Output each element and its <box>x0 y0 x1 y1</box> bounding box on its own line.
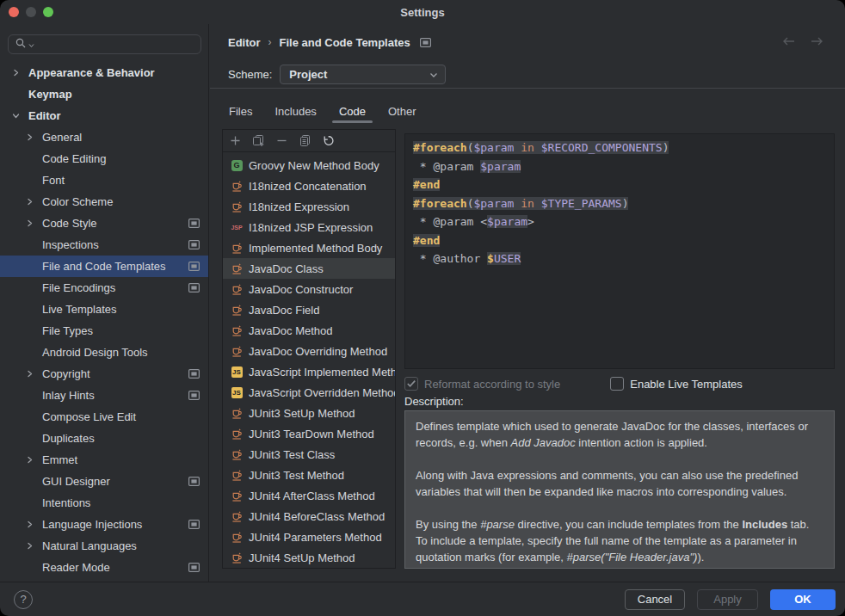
sidebar-item-editor[interactable]: Editor <box>0 105 208 126</box>
sidebar-item-natural-languages[interactable]: Natural Languages <box>0 535 208 557</box>
template-item-javadoc-field[interactable]: JavaDoc Field <box>223 299 395 320</box>
template-item-javascript-overridden-method-body[interactable]: JSJavaScript Overridden Method Body <box>223 382 395 403</box>
template-item-groovy-new-method-body[interactable]: GGroovy New Method Body <box>223 155 395 176</box>
java-file-icon <box>230 531 244 544</box>
sidebar-item-file-types[interactable]: File Types <box>0 320 208 342</box>
sidebar-item-keymap[interactable]: Keymap <box>0 83 208 105</box>
sidebar-item-label: Inlay Hints <box>42 389 95 402</box>
template-item-label: JUnit4 BeforeClass Method <box>249 510 385 523</box>
sidebar-item-compose-live-edit[interactable]: Compose Live Edit <box>0 406 208 428</box>
template-item-i18nized-expression[interactable]: I18nized Expression <box>223 196 395 217</box>
ok-button[interactable]: OK <box>770 589 836 610</box>
sidebar-item-appearance-behavior[interactable]: Appearance & Behavior <box>0 62 208 83</box>
sidebar-item-label: Font <box>42 174 65 187</box>
sidebar-item-android-design-tools[interactable]: Android Design Tools <box>0 342 208 363</box>
template-item-javascript-implemented-method-body[interactable]: JSJavaScript Implemented Method Body <box>223 361 395 382</box>
template-item-javadoc-method[interactable]: JavaDoc Method <box>223 320 395 341</box>
template-item-i18nized-concatenation[interactable]: I18nized Concatenation <box>223 176 395 196</box>
template-item-label: I18nized Expression <box>249 200 349 213</box>
sidebar-item-color-scheme[interactable]: Color Scheme <box>0 191 208 213</box>
template-item-junit4-parameters-method[interactable]: JUnit4 Parameters Method <box>223 527 395 547</box>
per-project-setting-icon <box>188 240 200 249</box>
sidebar-item-reader-mode[interactable]: Reader Mode <box>0 557 208 578</box>
java-file-icon <box>230 200 244 213</box>
breadcrumb-editor[interactable]: Editor <box>228 36 261 49</box>
add-icon[interactable] <box>228 134 242 148</box>
description-label: Description: <box>404 395 464 408</box>
chevron-right-icon[interactable] <box>26 219 42 227</box>
copy-icon[interactable] <box>298 134 311 148</box>
sidebar-item-inlay-hints[interactable]: Inlay Hints <box>0 385 208 406</box>
chevron-right-icon[interactable] <box>26 198 42 206</box>
sidebar-item-font[interactable]: Font <box>0 169 208 191</box>
sidebar-item-language-injections[interactable]: Language Injections <box>0 514 208 535</box>
chevron-right-icon[interactable] <box>26 133 42 141</box>
sidebar-item-code-style[interactable]: Code Style <box>0 213 208 234</box>
template-code-editor[interactable]: #foreach($param in $RECORD_COMPONENTS) *… <box>404 133 835 369</box>
template-item-label: I18nized Concatenation <box>249 180 367 193</box>
template-item-javadoc-overriding-method[interactable]: JavaDoc Overriding Method <box>223 341 395 361</box>
enable-live-templates-checkbox[interactable] <box>610 377 624 391</box>
template-item-label: JUnit4 SetUp Method <box>249 551 355 564</box>
sidebar-item-live-templates[interactable]: Live Templates <box>0 299 208 320</box>
sidebar-item-code-editing[interactable]: Code Editing <box>0 148 208 169</box>
settings-tree: Appearance & BehaviorKeymapEditorGeneral… <box>0 62 208 578</box>
duplicate-icon[interactable] <box>251 134 265 148</box>
template-item-javadoc-constructor[interactable]: JavaDoc Constructor <box>223 279 395 299</box>
description-box[interactable]: Defines template which used to generate … <box>404 410 835 569</box>
sidebar-item-intentions[interactable]: Intentions <box>0 492 208 514</box>
template-item-junit4-afterclass-method[interactable]: JUnit4 AfterClass Method <box>223 485 395 506</box>
sidebar-item-file-and-code-templates[interactable]: File and Code Templates <box>0 256 208 277</box>
sidebar-item-emmet[interactable]: Emmet <box>0 449 208 471</box>
template-item-junit3-test-class[interactable]: JUnit3 Test Class <box>223 444 395 465</box>
sidebar-item-inspections[interactable]: Inspections <box>0 234 208 256</box>
help-button[interactable]: ? <box>14 590 33 609</box>
template-item-junit3-teardown-method[interactable]: JUnit3 TearDown Method <box>223 423 395 444</box>
sidebar-item-label: Inspections <box>42 238 99 251</box>
template-item-i18nized-jsp-expression[interactable]: JSPI18nized JSP Expression <box>223 217 395 237</box>
template-item-label: Groovy New Method Body <box>249 159 379 172</box>
chevron-down-icon[interactable] <box>12 112 28 120</box>
sidebar-item-label: Copyright <box>42 367 90 380</box>
java-file-icon <box>230 510 244 523</box>
per-project-setting-icon <box>188 391 200 400</box>
sidebar-item-copyright[interactable]: Copyright <box>0 363 208 385</box>
tab-files[interactable]: Files <box>229 105 252 118</box>
sidebar-item-gui-designer[interactable]: GUI Designer <box>0 471 208 492</box>
settings-sidebar: Appearance & BehaviorKeymapEditorGeneral… <box>0 24 209 582</box>
scheme-select[interactable]: Project <box>280 65 446 84</box>
revert-icon[interactable] <box>321 134 335 148</box>
titlebar: Settings <box>0 0 845 24</box>
close-window-button[interactable] <box>9 7 19 17</box>
chevron-right-icon[interactable] <box>26 542 42 550</box>
chevron-right-icon[interactable] <box>12 69 28 77</box>
template-item-javadoc-class[interactable]: JavaDoc Class <box>223 258 395 279</box>
chevron-right-icon[interactable] <box>26 370 42 378</box>
template-item-junit4-setup-method[interactable]: JUnit4 SetUp Method <box>223 547 395 568</box>
sidebar-item-general[interactable]: General <box>0 126 208 148</box>
sidebar-item-duplicates[interactable]: Duplicates <box>0 428 208 449</box>
remove-icon[interactable] <box>274 134 288 148</box>
template-list-panel: GGroovy New Method BodyI18nized Concaten… <box>222 129 396 569</box>
chevron-right-icon[interactable] <box>26 521 42 528</box>
template-item-junit4-beforeclass-method[interactable]: JUnit4 BeforeClass Method <box>223 506 395 527</box>
tab-includes[interactable]: Includes <box>274 105 316 118</box>
sidebar-item-file-encodings[interactable]: File Encodings <box>0 277 208 299</box>
template-item-junit3-test-method[interactable]: JUnit3 Test Method <box>223 465 395 485</box>
cancel-button[interactable]: Cancel <box>625 589 685 610</box>
traffic-lights <box>9 7 53 17</box>
code-line: #foreach($param in $RECORD_COMPONENTS) <box>413 139 834 157</box>
java-file-icon <box>230 551 244 564</box>
java-file-icon <box>230 283 244 296</box>
code-line: * @param $param <box>413 157 834 176</box>
template-main: GGroovy New Method BodyI18nized Concaten… <box>210 126 845 582</box>
template-item-junit3-setup-method[interactable]: JUnit3 SetUp Method <box>223 403 395 423</box>
template-item-implemented-method-body[interactable]: Implemented Method Body <box>223 237 395 258</box>
chevron-right-icon[interactable] <box>26 456 42 464</box>
java-file-icon <box>230 304 244 317</box>
search-input[interactable] <box>8 34 201 54</box>
tab-code[interactable]: Code <box>339 105 366 118</box>
zoom-window-button[interactable] <box>43 7 53 17</box>
tab-other[interactable]: Other <box>388 105 416 118</box>
back-arrow-icon <box>781 36 796 49</box>
